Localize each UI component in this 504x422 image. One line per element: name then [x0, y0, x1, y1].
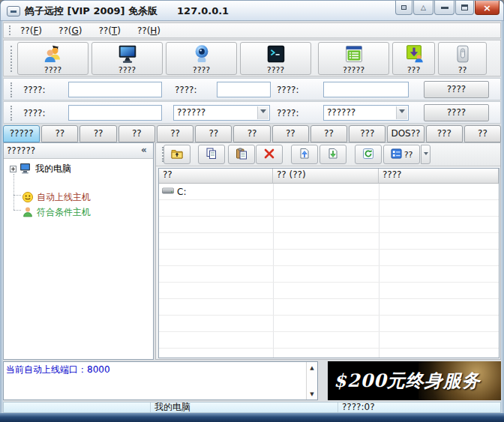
window-title: 鸽子远控 [VIP 2009] 免杀版127.0.0.1	[25, 4, 229, 18]
folder-up-button[interactable]	[164, 145, 190, 164]
menu-item-f[interactable]: ??(F)	[15, 24, 47, 37]
tab-5[interactable]: ??	[157, 125, 194, 142]
download-button[interactable]	[320, 145, 346, 164]
paste-button[interactable]	[228, 145, 255, 164]
menu-item-g[interactable]: ??(G)	[53, 24, 87, 37]
tab-6[interactable]: ??	[195, 125, 232, 142]
log-panel[interactable]: 当前自动上线端口：8000 ▲ ▼	[3, 361, 318, 400]
refresh-button[interactable]	[355, 145, 382, 164]
minimize-button[interactable]	[434, 1, 454, 15]
text-input-4[interactable]	[68, 105, 162, 121]
text-input-3[interactable]	[323, 82, 409, 97]
smiley-icon	[22, 191, 34, 203]
ad-text: $200元终身服务	[334, 369, 481, 393]
expand-icon[interactable]	[10, 166, 16, 172]
menubar-gripper[interactable]	[9, 25, 10, 35]
view-icon	[391, 148, 402, 161]
chevron-down-icon[interactable]	[257, 106, 268, 119]
empty-row	[159, 266, 499, 283]
menu-item-h[interactable]: ??(H)	[132, 24, 166, 37]
person-icon	[22, 206, 34, 218]
client-area: ??(F) ??(G) ??(T) ??(H) ???? ???? ????	[3, 21, 501, 413]
pin-button[interactable]	[395, 1, 412, 15]
window-frame-bottom	[0, 413, 504, 422]
field-label-1: ????:	[23, 85, 46, 95]
menu-item-t[interactable]: ??(T)	[93, 24, 125, 37]
scroll-down-icon[interactable]: ▼	[307, 389, 317, 399]
file-panel: ?? ?? ?? (??) ???? C:	[155, 142, 501, 360]
tab-8[interactable]: ??	[272, 125, 309, 142]
status-pane-right: ????:0?	[338, 403, 500, 412]
tree-item-matching-hosts[interactable]: 符合条件主机	[22, 205, 91, 220]
restore-icon	[461, 4, 468, 10]
toolbar-button-7[interactable]: ??	[438, 42, 487, 75]
empty-row	[159, 332, 499, 349]
host-tree-panel: ?????? « 我的电脑 自动上线主机 符合条件主机	[3, 142, 154, 360]
titlebar: 鸽子远控 [VIP 2009] 免杀版127.0.0.1 △ ×	[0, 0, 504, 21]
upload-button[interactable]	[291, 145, 318, 164]
toolbar-gripper[interactable]	[10, 46, 12, 72]
empty-row	[159, 299, 499, 316]
system-menu-icon[interactable]	[7, 6, 20, 16]
toolbar-button-3[interactable]: ????	[166, 42, 237, 75]
view-button[interactable]: ??	[383, 145, 420, 164]
column-header-type[interactable]: ????	[379, 169, 499, 184]
restore-button[interactable]	[455, 1, 474, 15]
view-dropdown-button[interactable]	[421, 145, 430, 164]
column-header-name[interactable]: ??	[159, 169, 273, 184]
copy-button[interactable]	[198, 145, 225, 164]
status-pane-left	[4, 403, 151, 412]
tree-item-my-computer[interactable]: 我的电脑	[10, 161, 71, 176]
table-row[interactable]: C:	[159, 184, 499, 200]
toolbar-button-4[interactable]: ????	[240, 42, 311, 75]
copy-icon	[206, 148, 218, 162]
row2-action-button[interactable]: ????	[424, 104, 489, 121]
empty-row	[159, 217, 499, 233]
webcam-icon	[190, 43, 213, 65]
ad-banner[interactable]: $200元终身服务	[328, 361, 501, 400]
combo-box-2[interactable]: ??????	[323, 105, 409, 121]
chevron-down-icon[interactable]	[396, 106, 407, 119]
text-input-1[interactable]	[68, 82, 162, 97]
row-gripper[interactable]	[10, 106, 12, 121]
tab-7[interactable]: ??	[233, 125, 270, 142]
upload-icon	[298, 148, 310, 162]
rollup-button[interactable]: △	[413, 1, 434, 15]
main-toolbar: ???? ???? ???? ???? ????? ???	[3, 40, 501, 76]
text-input-2[interactable]	[217, 82, 271, 97]
delete-button[interactable]	[256, 145, 283, 164]
list-icon	[343, 43, 365, 65]
combo-box-1[interactable]: ??????	[173, 105, 270, 121]
drive-label: C:	[177, 187, 186, 197]
toolbar-button-6[interactable]: ???	[392, 42, 435, 75]
computer-icon	[20, 163, 32, 175]
tab-dos[interactable]: DOS??	[387, 125, 424, 142]
toolbar-button-1[interactable]: ????	[17, 42, 88, 75]
tab-3[interactable]: ??	[80, 125, 116, 142]
row1-action-button[interactable]: ????	[424, 81, 489, 98]
paste-icon	[236, 148, 248, 162]
tab-1[interactable]: ?????	[3, 125, 40, 142]
tab-4[interactable]: ??	[118, 125, 155, 142]
close-button[interactable]: ×	[475, 1, 500, 15]
tab-2[interactable]: ??	[41, 125, 78, 142]
row-gripper[interactable]	[10, 82, 12, 97]
file-list[interactable]: ?? ?? (??) ???? C:	[158, 168, 500, 358]
collapse-panel-button[interactable]: «	[138, 145, 150, 157]
column-header-size[interactable]: ?? (??)	[273, 169, 379, 184]
tree-item-auto-online[interactable]: 自动上线主机	[22, 190, 91, 205]
users-icon	[42, 43, 64, 65]
app-window: 鸽子远控 [VIP 2009] 免杀版127.0.0.1 △ × ??(F) ?…	[0, 0, 504, 422]
tab-9[interactable]: ??	[310, 125, 347, 142]
field-label-2: ????:	[175, 85, 197, 95]
scroll-up-icon[interactable]: ▲	[307, 363, 317, 373]
toolbar-button-2[interactable]: ????	[92, 42, 163, 75]
tab-13[interactable]: ??	[464, 125, 501, 142]
tab-12[interactable]: ???	[426, 125, 463, 142]
field-label-3: ????:	[277, 85, 299, 95]
tab-10[interactable]: ???	[349, 125, 386, 142]
toolbar-button-5[interactable]: ?????	[318, 42, 389, 75]
toolbar-button-label: ????	[193, 66, 210, 75]
connect-row: ????: ????: ????: ????	[3, 78, 501, 100]
log-scrollbar[interactable]: ▲ ▼	[306, 362, 317, 400]
